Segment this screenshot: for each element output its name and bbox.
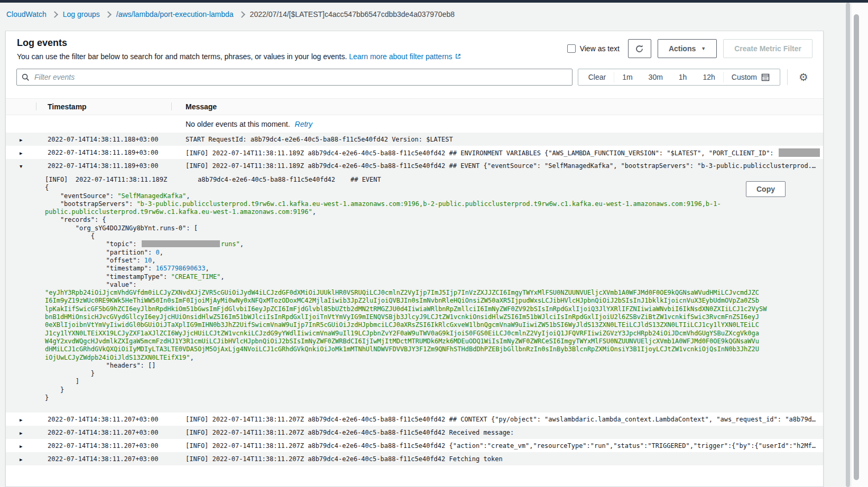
json-line: bnB1dHMiOnsicHJvcGVydGllcyI6eyJjcHUiOnsi… [45,313,812,321]
json-line: "eyJhY3Rpb24iOiJjcmVhdGVfdm0iLCJyZXNvdXJ… [45,289,812,297]
view-as-text-checkbox[interactable] [567,44,576,53]
row-message: [INFO] 2022-07-14T11:38:11.207Z a8b79dc4… [171,455,823,463]
row-timestamp: 2022-07-14T14:38:11.207+03:00 [36,416,171,423]
time-preset-button[interactable]: 12h [695,73,723,81]
json-line: "org_sYG4DOJZNGy8bYnt.runs-0": [ [45,224,812,232]
json-line: "records": { [45,216,812,224]
redacted-text [142,240,220,247]
view-as-text-label[interactable]: View as text [580,44,620,53]
learn-more-link[interactable]: Learn more about filter patterns [349,52,461,61]
expand-arrow-icon[interactable]: ▶ [20,137,22,143]
row-timestamp: 2022-07-14T14:38:11.207+03:00 [36,442,171,449]
refresh-button[interactable] [628,39,651,58]
no-older-events-row: No older events at this moment. Retry [6,115,823,133]
calendar-icon [761,73,770,81]
time-preset-button[interactable]: 30m [641,73,671,81]
time-custom-button[interactable]: Custom [724,73,778,81]
redacted-text [779,148,820,157]
inner-vertical-scrollbar[interactable] [846,3,850,487]
row-message: [INFO] 2022-07-14T11:38:11.207Z a8b79dc4… [171,442,823,449]
event-json: [INFO] 2022-07-14T11:38:11.189Z a8b79dc4… [45,176,812,402]
json-line: "topic": runs", [45,240,812,248]
log-row[interactable]: ▶2022-07-14T14:38:11.207+03:00[INFO] 202… [6,413,823,426]
json-line: [INFO] 2022-07-14T11:38:11.189Z a8b79dc4… [45,176,812,184]
row-timestamp: 2022-07-14T14:38:11.207+03:00 [36,429,171,436]
json-line: lpKakIifSwicGF5bG9hZCI6eyJlbnRpdHkiOm51b… [45,305,812,313]
json-line: dHMiLCJ1cGRhdGVkQXQiOiIyMDIyLTA3LTE0VDA5… [45,345,812,353]
breadcrumb-chevron-icon [105,11,112,18]
json-line: { [45,184,812,192]
expanded-log-event: Copy[INFO] 2022-07-14T11:38:11.189Z a8b7… [6,172,823,413]
expand-arrow-icon[interactable]: ▶ [20,457,22,462]
breadcrumb-chevron-icon [238,11,245,18]
row-timestamp: 2022-07-14T14:38:11.189+03:00 [36,149,171,156]
log-row[interactable]: ▶2022-07-14T14:38:11.207+03:00[INFO] 202… [6,452,823,465]
log-events-panel: Log events You can use the filter bar be… [5,31,824,487]
filter-toolbar: Clear 1m30m1h12h Custom ⚙ [16,69,812,86]
retry-link[interactable]: Retry [295,120,312,128]
expand-arrow-icon[interactable]: ▶ [20,151,22,156]
search-icon [22,73,30,81]
log-row[interactable]: ▶2022-07-14T14:38:11.207+03:00[INFO] 202… [6,439,823,452]
time-presets: 1m30m1h12h [614,73,723,81]
copy-button[interactable]: Copy [746,181,786,197]
json-line: J1cy1lYXN0LTEiXX19LCJyZXF1aXJlZCI6WyJjcH… [45,330,812,338]
collapse-arrow-icon[interactable]: ▼ [20,164,22,169]
json-line: "value": [45,281,812,289]
row-message: [INFO] 2022-07-14T11:38:11.207Z a8b79dc4… [171,429,823,436]
json-line: public.publicclusterprod.t9rw6w.c1.kafka… [45,208,812,216]
json-line: I6Im9yZ19zWUc0RE9KWk5HeThiWW50In0sImF0Ij… [45,297,812,305]
log-row[interactable]: ▶2022-07-14T14:38:11.188+03:00START Requ… [6,133,823,146]
log-events-table: Timestamp Message No older events at thi… [6,98,823,465]
row-timestamp: 2022-07-14T14:38:11.207+03:00 [36,455,171,463]
log-row[interactable]: ▶2022-07-14T14:38:11.189+03:00[INFO] 202… [6,146,823,159]
empty-notice-text: No older events at this moment. [186,120,290,128]
json-line: "partition": 0, [45,249,812,257]
json-line: "bootstrapServers": "b-3-public.publiccl… [45,200,812,208]
log-row[interactable]: ▼2022-07-14T14:38:11.189+03:00[INFO] 202… [6,159,823,172]
filter-events-box [16,69,572,86]
divider [787,69,788,85]
time-clear-button[interactable]: Clear [580,73,614,81]
json-line: } [45,386,812,394]
log-rows: ▶2022-07-14T14:38:11.188+03:00START Requ… [6,133,823,465]
breadcrumb-item[interactable]: Log groups [63,10,100,18]
chevron-down-icon: ▼ [701,46,706,51]
log-row[interactable]: ▶2022-07-14T14:38:11.207+03:00[INFO] 202… [6,426,823,439]
json-line: "timestamp": 1657798690633, [45,265,812,273]
row-timestamp: 2022-07-14T14:38:11.188+03:00 [36,136,171,143]
header-controls: View as text Actions▼ Create Metric Filt… [567,39,812,58]
settings-button[interactable]: ⚙ [795,69,812,86]
breadcrumb-chevron-icon [51,11,58,18]
page-title: Log events [17,38,67,49]
breadcrumb-item[interactable]: CloudWatch [6,10,47,18]
filter-events-input[interactable] [33,72,567,82]
time-preset-button[interactable]: 1h [671,73,695,81]
row-message: [INFO] 2022-07-14T11:38:11.189Z a8b79dc4… [171,162,823,170]
expand-arrow-icon[interactable]: ▶ [20,417,22,423]
refresh-icon [635,44,644,53]
json-line: } [45,394,812,402]
expand-arrow-icon[interactable]: ▶ [20,444,22,449]
json-line: "offset": 10, [45,257,812,265]
breadcrumb-item[interactable]: /aws/lambda/port-execution-lambda [116,10,234,18]
time-preset-button[interactable]: 1m [614,73,640,81]
console-top-bar-edge [0,0,868,3]
json-line: "eventSource": "SelfManagedKafka", [45,192,812,200]
create-metric-filter-button[interactable]: Create Metric Filter [723,39,812,58]
gear-icon: ⚙ [799,72,808,82]
json-line: "headers": [] [45,362,812,370]
row-timestamp: 2022-07-14T14:38:11.189+03:00 [36,162,171,170]
description-text: You can use the filter bar below to sear… [17,52,347,61]
json-line: ] [45,378,812,386]
json-line: iOjUwLCJyZWdpb24iOiJldS13ZXN0LTEifX19", [45,354,812,362]
row-message: [INFO] 2022-07-14T11:38:11.189Z a8b79dc4… [171,148,823,157]
json-line: W4gY2xvdWQgcHJvdmlkZXIgaW5mcmFzdHJ1Y3R1c… [45,338,812,345]
window-vertical-scrollbar-thumb[interactable] [854,14,859,480]
expand-arrow-icon[interactable]: ▶ [20,430,22,436]
actions-button[interactable]: Actions▼ [658,39,717,58]
message-column-header: Message [171,102,823,111]
json-line: { [45,232,812,240]
json-line: 0eXBlIjoibnVtYmVyIiwidGl0bGUiOiJTaXplIG9… [45,321,812,329]
page-description: You can use the filter bar below to sear… [17,52,461,61]
